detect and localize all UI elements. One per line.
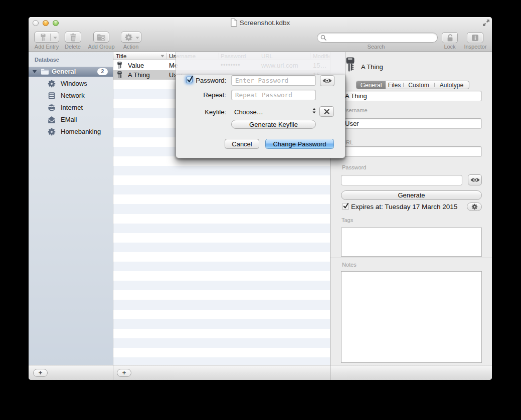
gear-icon xyxy=(48,80,56,88)
window-title: Screenshot.kdbx xyxy=(240,19,290,27)
unlock-icon xyxy=(446,34,454,42)
expires-label: Expires at: Tuesday 17 March 2015 xyxy=(351,203,457,211)
action-button[interactable] xyxy=(121,32,141,43)
checkmark-icon xyxy=(342,201,350,209)
trash-icon xyxy=(69,33,77,42)
fullscreen-icon[interactable] xyxy=(482,19,490,27)
tab-custom[interactable]: Custom xyxy=(403,81,434,89)
disclosure-triangle-icon[interactable] xyxy=(32,70,37,74)
change-password-button[interactable]: Change Password xyxy=(265,139,334,149)
add-entry-plus-button[interactable]: + xyxy=(117,369,131,377)
search-input[interactable] xyxy=(317,33,438,43)
inspector-button[interactable] xyxy=(467,32,483,43)
button-segment-divider xyxy=(50,34,51,41)
username-field[interactable]: User xyxy=(341,118,482,129)
sidebar-group-label: General xyxy=(52,68,76,75)
add-entry-label: Add Entry xyxy=(35,44,59,50)
sidebar-section-header: Database xyxy=(35,57,59,63)
sheet-repeat-label: Repeat: xyxy=(185,91,226,99)
notes-textarea[interactable] xyxy=(341,271,482,363)
tab-general[interactable]: General xyxy=(357,81,386,89)
envelope-icon xyxy=(48,116,56,124)
password-field[interactable] xyxy=(341,175,462,185)
titlebar: Screenshot.kdbx xyxy=(29,17,492,28)
sidebar-item-internet[interactable]: Internet xyxy=(29,102,113,114)
keyfile-clear-button[interactable] xyxy=(319,106,334,117)
sidebar-item-label: EMail xyxy=(61,116,77,124)
dropdown-arrow-icon xyxy=(53,37,57,39)
inspector-label: Inspector xyxy=(464,44,486,50)
lock-button[interactable] xyxy=(442,32,458,43)
window-header: Screenshot.kdbx xyxy=(29,17,492,52)
add-group-plus-button[interactable]: + xyxy=(33,369,48,377)
column-divider[interactable] xyxy=(166,53,167,59)
add-entry-button[interactable] xyxy=(34,32,59,43)
notes-label: Notes xyxy=(342,262,357,268)
sidebar-group-general[interactable]: General 2 xyxy=(29,67,113,77)
sheet-reveal-button[interactable] xyxy=(320,75,334,86)
bottombar-divider xyxy=(330,365,330,380)
sidebar: Database General 2 xyxy=(29,52,113,365)
notes-section-divider xyxy=(330,258,492,258)
folder-icon xyxy=(41,68,49,75)
search-icon xyxy=(320,35,326,41)
add-group-button[interactable] xyxy=(93,32,109,43)
eye-icon xyxy=(470,177,480,183)
bottombar-divider xyxy=(113,365,113,380)
sidebar-item-label: Homebanking xyxy=(61,128,101,136)
url-field[interactable] xyxy=(341,146,482,157)
expires-settings-button[interactable] xyxy=(467,202,482,211)
folder-plus-icon xyxy=(97,34,106,41)
password-label: Password xyxy=(342,164,366,170)
globe-icon xyxy=(48,104,56,112)
cancel-button[interactable]: Cancel xyxy=(225,139,259,149)
keyfile-popup-value[interactable]: Choose… xyxy=(234,108,263,116)
delete-label: Delete xyxy=(65,44,81,50)
sidebar-item-label: Network xyxy=(61,92,85,100)
key-icon xyxy=(41,34,46,42)
sort-indicator-icon xyxy=(160,55,164,58)
tags-textarea[interactable] xyxy=(341,228,482,257)
bottom-bar: + + xyxy=(29,365,492,380)
sidebar-group-badge: 2 xyxy=(97,68,108,75)
info-icon xyxy=(471,34,479,42)
tags-label: Tags xyxy=(341,217,353,223)
x-icon xyxy=(324,109,329,114)
sheet-keyfile-label: Keyfile: xyxy=(185,108,226,116)
document-proxy-icon xyxy=(231,19,237,27)
tab-autotype[interactable]: Autotype xyxy=(434,81,469,89)
reveal-password-button[interactable] xyxy=(468,174,482,185)
title-field[interactable]: A Thing xyxy=(341,91,482,101)
gear-icon xyxy=(471,203,478,210)
entry-key-icon xyxy=(346,57,355,73)
tab-files[interactable]: Files xyxy=(386,81,403,89)
expires-checkbox[interactable] xyxy=(342,203,349,210)
sheet-repeat-input[interactable]: Repeat Password xyxy=(231,90,316,100)
inspector-panel: A Thing General Files Custom Autotype A … xyxy=(330,52,492,365)
cell-title: A Thing xyxy=(128,70,150,80)
sidebar-item-network[interactable]: Network xyxy=(29,90,113,102)
gear-icon xyxy=(48,128,56,136)
sidebar-item-homebanking[interactable]: Homebanking xyxy=(29,126,113,138)
sidebar-divider[interactable] xyxy=(113,52,113,365)
gear-icon xyxy=(124,33,133,42)
delete-button[interactable] xyxy=(65,32,81,43)
sidebar-item-label: Internet xyxy=(61,104,83,112)
change-password-sheet: Password: Enter Password Repeat: Repeat … xyxy=(176,52,345,158)
add-group-label: Add Group xyxy=(88,44,114,50)
column-header-title[interactable]: Title xyxy=(116,53,126,60)
inspector-tabs: General Files Custom Autotype xyxy=(356,81,469,89)
generate-keyfile-button[interactable]: Generate Keyfile xyxy=(231,120,316,129)
sheet-translucent-top xyxy=(176,52,345,75)
sidebar-item-label: Windows xyxy=(61,80,87,88)
action-label: Action xyxy=(123,44,139,50)
generate-button[interactable]: Generate xyxy=(341,190,482,200)
sheet-password-input[interactable]: Enter Password xyxy=(231,75,316,86)
sidebar-item-email[interactable]: EMail xyxy=(29,114,113,126)
sheet-password-label: Password: xyxy=(185,77,226,84)
search-label: Search xyxy=(368,44,385,50)
stepper-arrows-icon[interactable] xyxy=(312,108,316,114)
username-label: Username xyxy=(342,107,368,113)
eye-icon xyxy=(322,78,332,84)
sidebar-item-windows[interactable]: Windows xyxy=(29,78,113,90)
